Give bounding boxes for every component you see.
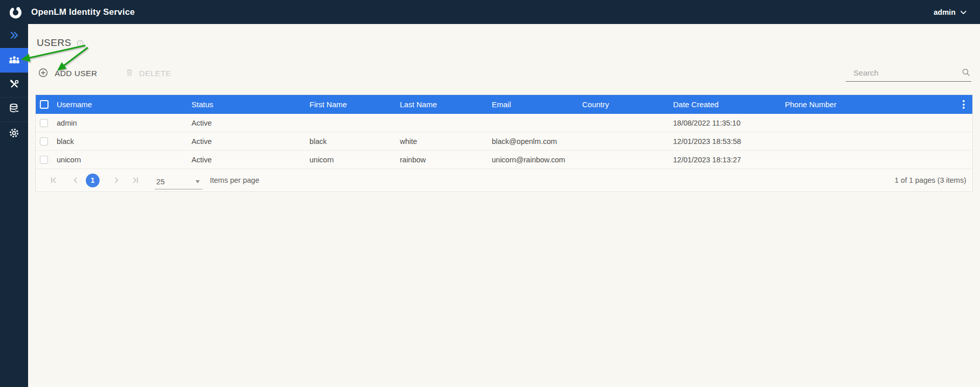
- table-row[interactable]: admin Active 18/08/2022 11:35:10: [36, 114, 972, 132]
- items-per-page-label: Items per page: [210, 176, 259, 184]
- column-header-date-created[interactable]: Date Created: [667, 100, 779, 109]
- user-menu[interactable]: admin: [934, 8, 967, 16]
- plus-circle-icon: [38, 68, 48, 80]
- tools-icon: [9, 79, 20, 92]
- cell-date-created: 12/01/2023 18:13:27: [667, 156, 779, 164]
- main-content: USERS ADD USER: [28, 24, 980, 387]
- cell-status: Active: [185, 137, 303, 146]
- column-menu-icon[interactable]: [961, 99, 966, 110]
- sidebar-item-data[interactable]: [0, 97, 28, 122]
- cell-first-name: unicorn: [303, 156, 394, 164]
- column-header-last-name[interactable]: Last Name: [394, 100, 486, 109]
- cell-date-created: 12/01/2023 18:53:58: [667, 137, 779, 146]
- row-checkbox[interactable]: [40, 119, 48, 127]
- cell-email: unicorn@rainbow.com: [486, 156, 576, 164]
- table-header-row: Username Status First Name Last Name Ema…: [36, 95, 972, 114]
- gear-icon: [8, 127, 20, 141]
- users-table: Username Status First Name Last Name Ema…: [35, 94, 973, 192]
- users-icon: [8, 54, 20, 67]
- openlm-logo-icon: [9, 5, 22, 19]
- current-page-button[interactable]: 1: [86, 174, 100, 187]
- cell-first-name: black: [303, 137, 394, 146]
- cell-email: black@openlm.com: [486, 137, 576, 146]
- page-title: USERS: [37, 37, 71, 49]
- last-page-button[interactable]: [132, 177, 139, 184]
- pagination-bar: 1 25 Items per page 1 of 1 pag: [36, 169, 972, 191]
- previous-page-button[interactable]: [72, 177, 79, 184]
- row-checkbox[interactable]: [40, 137, 48, 146]
- select-all-checkbox[interactable]: [40, 100, 49, 109]
- cell-username: admin: [51, 119, 185, 127]
- column-header-username[interactable]: Username: [51, 100, 185, 109]
- trash-icon: [125, 68, 134, 79]
- search-box: [846, 66, 971, 82]
- first-page-button[interactable]: [50, 177, 57, 184]
- delete-label: DELETE: [139, 69, 171, 78]
- topbar: OpenLM Identity Service admin: [0, 0, 980, 24]
- chevron-down-icon: [960, 8, 967, 16]
- sidebar-item-tools[interactable]: [0, 72, 28, 97]
- search-icon[interactable]: [962, 68, 970, 79]
- database-icon: [8, 103, 20, 116]
- add-user-button[interactable]: ADD USER: [38, 68, 97, 80]
- column-header-email[interactable]: Email: [486, 100, 576, 109]
- page-summary: 1 of 1 pages (3 items): [895, 176, 966, 184]
- toolbar: ADD USER DELETE: [28, 65, 980, 82]
- sidebar-item-settings[interactable]: [0, 122, 28, 146]
- row-checkbox[interactable]: [40, 156, 48, 164]
- cell-date-created: 18/08/2022 11:35:10: [667, 119, 779, 127]
- sidebar: [0, 24, 28, 387]
- sidebar-toggle-expand[interactable]: [0, 24, 28, 48]
- title-row: USERS: [28, 24, 980, 49]
- items-per-page-value: 25: [156, 177, 165, 186]
- dropdown-caret-icon: [196, 180, 200, 183]
- cell-status: Active: [185, 156, 303, 164]
- items-per-page-select[interactable]: 25: [155, 176, 202, 189]
- column-header-first-name[interactable]: First Name: [303, 100, 394, 109]
- next-page-button[interactable]: [113, 177, 120, 184]
- add-user-label: ADD USER: [55, 69, 97, 78]
- column-header-country[interactable]: Country: [576, 100, 667, 109]
- delete-button[interactable]: DELETE: [125, 68, 171, 79]
- double-chevron-right-icon: [9, 30, 20, 43]
- table-row[interactable]: black Active black white black@openlm.co…: [36, 132, 972, 151]
- cell-username: black: [51, 137, 185, 146]
- app-title: OpenLM Identity Service: [31, 7, 135, 17]
- table-row[interactable]: unicorn Active unicorn rainbow unicorn@r…: [36, 151, 972, 169]
- search-input[interactable]: [846, 66, 971, 81]
- info-icon[interactable]: [77, 40, 84, 47]
- cell-username: unicorn: [51, 156, 185, 164]
- column-header-phone-number[interactable]: Phone Number: [779, 100, 955, 109]
- cell-status: Active: [185, 119, 303, 127]
- cell-last-name: rainbow: [394, 156, 486, 164]
- cell-last-name: white: [394, 137, 486, 146]
- sidebar-item-users[interactable]: [0, 48, 28, 72]
- user-menu-label: admin: [934, 8, 955, 16]
- column-header-status[interactable]: Status: [185, 100, 303, 109]
